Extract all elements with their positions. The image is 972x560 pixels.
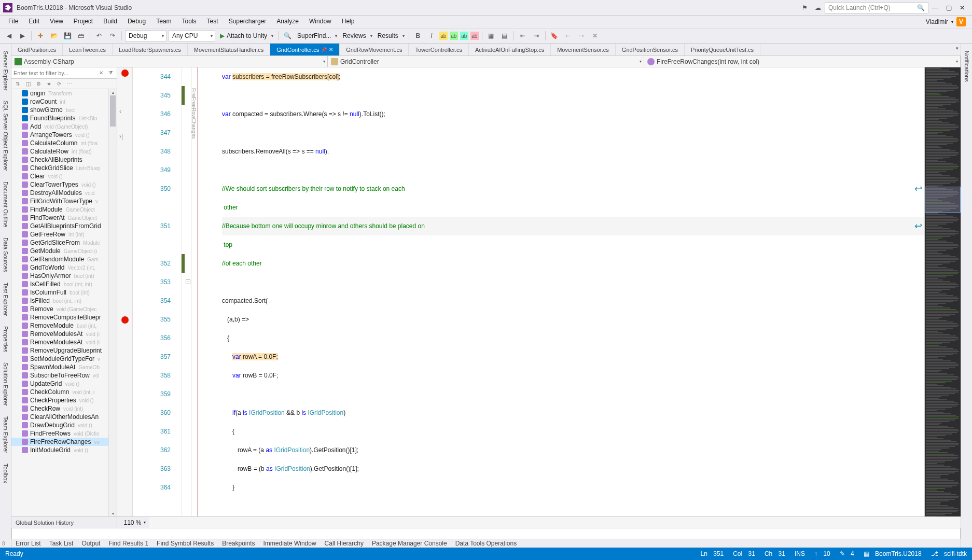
member-row[interactable]: IsColumnFullbool (int) [11,288,117,297]
member-row[interactable]: DestroyAllModulesvoid [11,189,117,197]
code-line[interactable] [222,385,924,403]
zoom-combo[interactable]: 110 % [117,517,148,528]
bookmark-next-button[interactable]: ⇢ [576,30,587,41]
breakpoint-gutter[interactable]: ‹ ›| [117,67,133,516]
member-row[interactable]: FireFreeRowChangesvo [11,438,117,446]
reviews-button[interactable]: Reviews [340,30,373,41]
scroll-thumb[interactable] [110,95,116,127]
member-row[interactable]: Addvoid (GameObject) [11,122,117,131]
member-row[interactable]: FindFreeRowsvoid (Dictio [11,429,117,438]
filter-clear-button[interactable]: ✕ [97,69,105,77]
side-tab-server-explorer[interactable]: Server Explorer [2,47,10,94]
member-row[interactable]: CheckPropertiesvoid () [11,396,117,404]
member-row[interactable]: InitModuleGridvoid () [11,446,117,454]
member-row[interactable]: SetModuleGridTypeForv [11,355,117,363]
close-icon[interactable]: ✕ [329,47,333,52]
doc-tab[interactable]: ActivateAIOnFallingStop.cs [469,44,551,55]
side-tab-properties[interactable]: Properties [2,322,10,356]
member-row[interactable]: CalculateColumnint (floa [11,139,117,147]
code-line[interactable]: var subscribers = freeRowSubscribers[col… [222,67,924,86]
member-row[interactable]: FindModuleGameObject [11,205,117,214]
breakpoint-marker-icon[interactable] [121,69,129,77]
member-row[interactable]: SpawnModuleAtGameOb [11,363,117,371]
member-row[interactable]: FindTowerAtGameObject [11,214,117,222]
code-line[interactable]: var rowA = 0.0F; [222,347,924,366]
bottom-tab[interactable]: Find Results 1 [104,539,152,548]
global-solution-history[interactable]: Global Solution History [11,517,117,528]
nav-member-combo[interactable]: FireFreeRowChanges(int row, int col) [644,56,961,67]
menu-tools[interactable]: Tools [177,16,202,28]
member-row[interactable]: ClearAllOtherModulesAn [11,413,117,421]
code-line[interactable] [222,161,924,179]
member-row[interactable]: GridToWorldVector2 (int, [11,263,117,272]
bottom-tab[interactable]: Package Manager Console [368,539,451,548]
menu-test[interactable]: Test [202,16,224,28]
bottom-tab[interactable]: Output [77,539,104,548]
menu-view[interactable]: View [45,16,68,28]
nav-class-combo[interactable]: GridController [328,56,644,67]
member-row[interactable]: originTransform [11,89,117,97]
member-row[interactable]: SubscribeToFreeRowvoi [11,371,117,380]
minimap-viewport[interactable] [925,187,961,213]
scratch-input[interactable] [11,528,961,539]
code-line[interactable]: //Because bottom one will occupy minrow … [222,217,924,235]
nav-fwd-button[interactable]: ▶ [17,30,28,41]
side-tab-test-explorer[interactable]: Test Explorer [2,278,10,320]
highlight-red[interactable]: ab [470,32,479,40]
code-line[interactable]: //We should sort subscribers by their ro… [222,179,924,198]
layout-2-button[interactable]: ▤ [499,30,510,41]
status-project[interactable]: ▦ BoomTris.U2018 [864,550,922,557]
bottom-tab[interactable]: Task List [45,539,78,548]
code-line[interactable]: var rowB = 0.0F; [222,366,924,385]
italic-button[interactable]: I [426,30,437,41]
code-line[interactable]: top [222,235,924,254]
code-line[interactable]: (a,b) => [222,310,924,329]
member-row[interactable]: Clearvoid () [11,172,117,180]
bottom-tab[interactable]: Error List [11,539,45,548]
save-button[interactable]: 💾 [62,30,73,41]
pin-icon[interactable]: 📌 [321,47,327,52]
member-row[interactable]: GetAllBlueprintsFromGrid [11,222,117,230]
members-group-button[interactable]: ◫ [24,80,32,88]
members-filter-input[interactable] [13,70,96,76]
platform-combo[interactable]: Any CPU [169,30,215,41]
doc-tab[interactable]: MovementStatusHandler.cs [188,44,271,55]
menu-project[interactable]: Project [68,16,98,28]
breakpoint-marker-icon[interactable] [121,316,129,324]
member-row[interactable]: FoundBlueprintsList<Blu [11,114,117,122]
doc-tab[interactable]: LeanTween.cs [63,44,113,55]
status-branch[interactable]: ⎇ scifi-tdtk [931,550,967,557]
members-refresh-button[interactable]: ⟳ [55,80,63,88]
menu-edit[interactable]: Edit [23,16,45,28]
member-row[interactable]: HasOnlyArmorbool (int) [11,272,117,280]
member-row[interactable]: RemoveModulesAtvoid (i [11,330,117,338]
bottom-tab[interactable]: Find Symbol Results [152,539,218,548]
status-changes[interactable]: ✎ 4 [840,550,854,557]
bookmark-button[interactable]: 🔖 [549,30,560,41]
side-tab-data-sources[interactable]: Data Sources [2,233,10,276]
member-row[interactable]: DrawDebugGridvoid () [11,421,117,429]
gutter-collapse-right[interactable]: ›| [119,133,123,140]
doc-tab[interactable]: LoadRosterSpawners.cs [113,44,188,55]
undo-button[interactable]: ↶ [93,30,105,41]
indent-left-button[interactable]: ⇤ [517,30,529,41]
superfind-button[interactable]: SuperFind... [295,30,338,41]
menu-help[interactable]: Help [337,16,360,28]
doc-tab[interactable]: TowerController.cs [409,44,468,55]
menu-file[interactable]: File [3,16,23,28]
scroll-down-icon[interactable]: ▾ [109,510,117,516]
code-line[interactable]: { [222,329,924,347]
new-project-button[interactable]: ✚ [35,30,46,41]
members-scrollbar[interactable]: ▴ ▾ [108,89,117,516]
indent-right-button[interactable]: ⇥ [531,30,542,41]
menu-debug[interactable]: Debug [122,16,151,28]
doc-tab[interactable]: GridPositionSensor.cs [616,44,685,55]
code-content[interactable]: var subscribers = freeRowSubscribers[col… [198,67,924,516]
member-row[interactable]: GetModuleGameObject (i [11,247,117,255]
member-row[interactable]: CheckAllBlueprints [11,156,117,164]
highlight-green[interactable]: ab [450,32,458,40]
members-opt1-button[interactable]: ⚙ [34,80,43,88]
redo-button[interactable]: ↷ [107,30,118,41]
member-row[interactable]: CheckRowvoid (int) [11,404,117,413]
member-row[interactable]: ClearTowerTypesvoid () [11,180,117,189]
